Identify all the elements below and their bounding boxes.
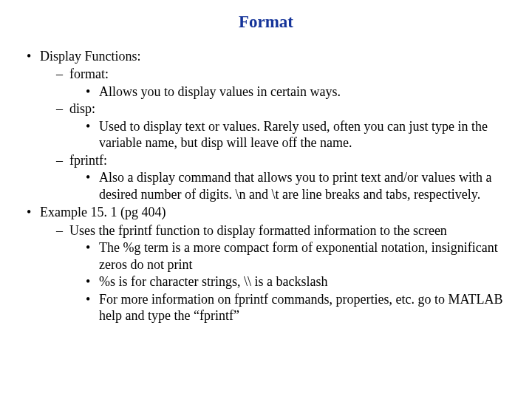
list-item: fprintf: Also a display command that all… [56, 152, 517, 203]
slide-title: Format [9, 12, 523, 33]
list-item-text: The %g term is a more compact form of ex… [99, 240, 498, 272]
list-item: Also a display command that allows you t… [86, 169, 517, 202]
list-item: %s is for character strings, \\ is a bac… [86, 273, 517, 290]
slide: Format Display Functions: format: Allows… [0, 0, 532, 399]
list-item: Uses the fprintf function to display for… [56, 222, 517, 324]
list-item-text: Used to display text or values. Rarely u… [99, 119, 488, 151]
list-item-text: Display Functions: [40, 49, 141, 64]
list-item: Allows you to display values in certain … [86, 83, 517, 100]
list-item: disp: Used to display text or values. Ra… [56, 100, 517, 151]
list-item-text: format: [69, 66, 109, 81]
bullet-list: format: Allows you to display values in … [40, 66, 517, 202]
list-item-text: For more information on fprintf commands… [99, 292, 502, 324]
list-item: Display Functions: format: Allows you to… [27, 48, 517, 203]
bullet-list: Display Functions: format: Allows you to… [9, 48, 523, 324]
list-item-text: %s is for character strings, \\ is a bac… [99, 274, 327, 289]
list-item: The %g term is a more compact form of ex… [86, 239, 517, 273]
bullet-list: The %g term is a more compact form of ex… [69, 239, 517, 324]
list-item: format: Allows you to display values in … [56, 66, 517, 100]
bullet-list: Allows you to display values in certain … [69, 83, 517, 100]
list-item-text: Uses the fprintf function to display for… [69, 223, 447, 238]
list-item: Used to display text or values. Rarely u… [86, 118, 517, 151]
list-item: Example 15. 1 (pg 404) Uses the fprintf … [27, 204, 517, 324]
list-item: For more information on fprintf commands… [86, 291, 517, 324]
list-item-text: Example 15. 1 (pg 404) [40, 205, 166, 219]
list-item-text: disp: [69, 101, 95, 116]
bullet-list: Used to display text or values. Rarely u… [69, 118, 517, 151]
list-item-text: Also a display command that allows you t… [99, 170, 491, 202]
list-item-text: Allows you to display values in certain … [99, 84, 341, 99]
bullet-list: Also a display command that allows you t… [69, 169, 517, 202]
bullet-list: Uses the fprintf function to display for… [40, 222, 517, 324]
list-item-text: fprintf: [69, 153, 107, 168]
